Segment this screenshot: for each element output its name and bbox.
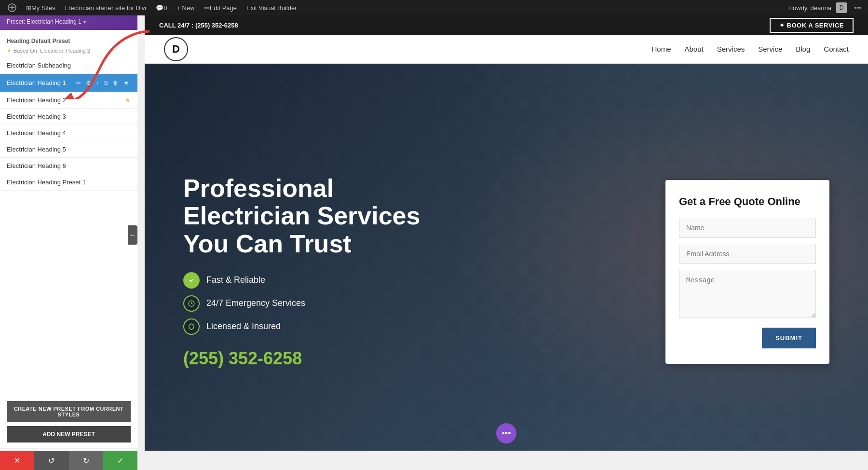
site-nav: Home About Services Service Blog Contact [651,45,849,53]
nav-blog[interactable]: Blog [796,45,810,53]
name-input[interactable] [679,218,816,238]
preset-chevron: ▾ [83,19,86,25]
preset-item-heading3[interactable]: Electrician Heading 3 [0,109,137,125]
wp-logo-item[interactable] [4,0,20,15]
site-topbar: CALL 24/7 : (255) 352-6258 ✦ BOOK A SERV… [145,15,868,35]
save-icon: ✓ [117,456,123,465]
admin-bar-settings[interactable] [852,0,864,15]
new-item[interactable]: + New [173,0,198,15]
site-logo: D [164,37,188,61]
edit-icon: ✏ [204,4,210,12]
heading1-up-icon[interactable]: ↑ [95,79,100,87]
comments-item[interactable]: 💬 0 [152,0,171,15]
dots-icon: ••• [502,429,511,439]
heading1-delete-icon[interactable]: 🗑 [111,79,120,87]
nav-services[interactable]: Services [717,45,745,53]
sidebar-panel: ⊙ ⋮ Heading Settings Preset: Electrician… [0,0,137,470]
howdy-text: Howdy, deanna [788,4,831,12]
exit-vb-item[interactable]: Exit Visual Builder [243,0,301,15]
nav-contact[interactable]: Contact [824,45,849,53]
wp-admin-bar: ⊞ My Sites Electrician starter site for … [0,0,868,15]
based-on-star: ★ [7,47,12,54]
svg-point-3 [859,7,861,9]
svg-point-1 [857,7,859,9]
phone-number: CALL 24/7 : (255) 352-6258 [159,22,238,29]
undo-icon: ↺ [48,456,54,465]
heading2-star-icon: ★ [125,97,131,104]
edit-page-item[interactable]: ✏ Edit Page [201,0,241,15]
preset-item-heading4[interactable]: Electrician Heading 4 [0,125,137,141]
site-header: D Home About Services Service Blog Conta… [145,35,868,64]
floating-menu-button[interactable]: ••• [496,423,516,443]
hero-heading: Professional Electrician Services You Ca… [183,175,453,258]
avatar-item[interactable]: D [833,0,850,15]
quote-form-title: Get a Free Quote Online [679,195,816,208]
hero-features: Fast & Reliable 24/7 Emergency Services … [183,272,665,335]
resize-handle[interactable]: ↔ [128,225,137,245]
preset-label-text: Preset: Electrician Heading 1 [7,18,81,25]
save-button[interactable]: ✓ [103,451,137,470]
feature-licensed: Licensed & Insured [183,318,665,335]
my-sites-icon: ⊞ [26,4,31,12]
emergency-icon [183,295,200,312]
preset-label[interactable]: Preset: Electrician Heading 1 ▾ [7,18,131,25]
nav-service[interactable]: Service [758,45,782,53]
bottom-toolbar: ✕ ↺ ↻ ✓ [0,451,137,470]
nav-about[interactable]: About [685,45,704,53]
message-input[interactable] [679,270,816,318]
submit-button[interactable]: SUBMIT [762,328,816,348]
close-icon: ✕ [14,456,20,465]
heading1-copy-icon[interactable]: ⧉ [102,79,109,87]
heading1-edit-icon[interactable]: ✏ [75,79,82,87]
fast-icon [183,272,200,289]
undo-button[interactable]: ↺ [34,451,68,470]
resize-arrows-icon: ↔ [129,231,136,239]
site-name-item[interactable]: Electrician starter site for Divi [61,0,150,15]
preset-list: Heading Default Preset ★ Based On: Elect… [0,30,137,395]
heading1-star-icon[interactable]: ★ [122,78,131,87]
heading1-actions: ✏ ⚙ ↑ ⧉ 🗑 ★ [75,78,131,87]
preset-item-heading5[interactable]: Electrician Heading 5 [0,141,137,158]
svg-point-2 [854,7,856,9]
preset-group-header: Heading Default Preset [0,34,137,46]
hero-section: Professional Electrician Services You Ca… [145,54,868,451]
email-input[interactable] [679,244,816,264]
book-service-button[interactable]: ✦ BOOK A SERVICE [770,18,854,33]
preset-based-on: ★ Based On: Electrician Heading 2 [0,46,137,57]
preset-item-heading1[interactable]: Electrician Heading 1 ✏ ⚙ ↑ ⧉ 🗑 ★ [0,74,137,92]
licensed-icon [183,318,200,335]
preset-item-heading2[interactable]: Electrician Heading 2 ★ [0,92,137,109]
my-sites-item[interactable]: ⊞ My Sites [22,0,59,15]
hero-phone: (255) 352-6258 [183,348,665,369]
redo-button[interactable]: ↻ [69,451,103,470]
close-button[interactable]: ✕ [0,451,34,470]
add-preset-button[interactable]: ADD NEW PRESET [7,426,131,442]
feature-emergency: 24/7 Emergency Services [183,295,665,312]
feature-fast: Fast & Reliable [183,272,665,289]
nav-home[interactable]: Home [651,45,671,53]
comment-icon: 💬 [156,4,163,12]
sidebar-buttons: CREATE NEW PRESET FROM CURRENT STYLES AD… [0,395,137,448]
preset-item-heading6[interactable]: Electrician Heading 6 [0,158,137,174]
preset-item-subheading[interactable]: Electrician Subheading [0,57,137,74]
heading1-settings-icon[interactable]: ⚙ [84,79,93,87]
hero-content: Professional Electrician Services You Ca… [183,136,665,369]
create-preset-button[interactable]: CREATE NEW PRESET FROM CURRENT STYLES [7,401,131,422]
preset-item-preset1[interactable]: Electrician Heading Preset 1 [0,174,137,191]
redo-icon: ↻ [83,456,89,465]
quote-form: Get a Free Quote Online SUBMIT [665,180,829,364]
